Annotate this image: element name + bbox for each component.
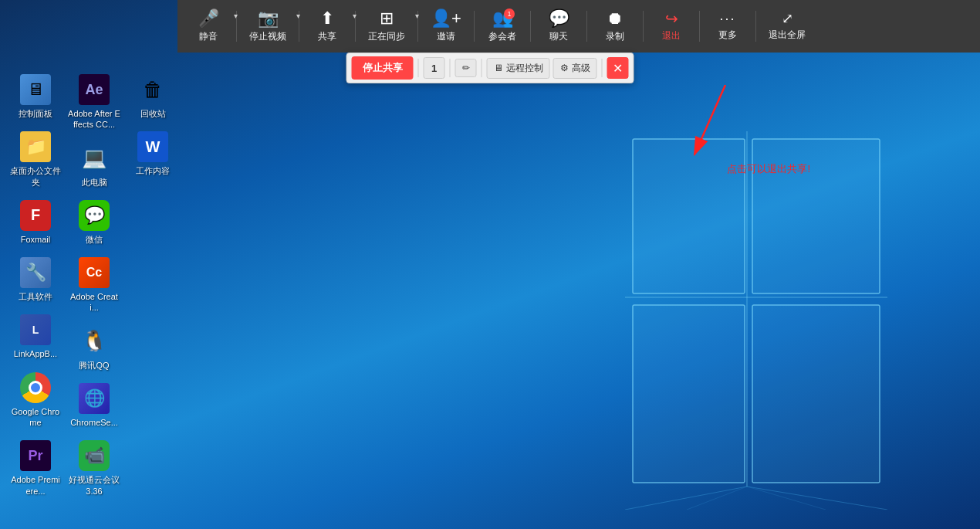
icon-label-wechat: 微信 (86, 234, 103, 245)
toolbar-mute[interactable]: 🎤 静音 ▾ (185, 5, 231, 48)
share-edit-icon: ✏ (462, 63, 470, 73)
participants-badge: 1 (504, 8, 515, 19)
share-remote-control-button[interactable]: 🖥 远程控制 (487, 58, 550, 79)
toolbar-record[interactable]: ⏺ 录制 (592, 5, 638, 48)
sync-dropdown[interactable]: ▾ (415, 12, 419, 20)
share-icon: ⬆ (320, 10, 334, 27)
invite-label: 邀请 (437, 30, 455, 43)
sep-9 (699, 11, 700, 42)
mute-dropdown[interactable]: ▾ (234, 12, 238, 20)
sync-label: 正在同步 (368, 30, 405, 43)
icon-label-aftereffects: Adobe After Effects CC... (68, 108, 120, 131)
icon-label-thispc: 此电脑 (82, 177, 107, 188)
icon-label-linkapp: LinkAppB... (14, 348, 57, 359)
share-edit-button[interactable]: ✏ (455, 59, 477, 77)
toolbar-more[interactable]: ··· 更多 (705, 7, 751, 46)
icon-label-tools: 工具软件 (19, 291, 52, 302)
chat-label: 聊天 (549, 30, 568, 43)
windows-logo (625, 93, 887, 510)
icon-label-foxmail: Foxmail (21, 234, 51, 245)
desktop-icon-wechat[interactable]: 💬 微信 (65, 194, 123, 251)
record-icon: ⏺ (607, 10, 623, 27)
desktop-icon-desktop-folder[interactable]: 📁 桌面办公文件夹 (6, 125, 65, 194)
toolbar-participants[interactable]: 👥 1 参会者 (479, 5, 525, 48)
share-dropdown[interactable]: ▾ (353, 12, 357, 20)
desktop-icon-control-panel[interactable]: 🖥 控制面板 (6, 68, 65, 125)
more-icon: ··· (719, 12, 735, 25)
desktop-icon-linkapp[interactable]: L LinkAppB... (6, 308, 65, 365)
stop-video-dropdown[interactable]: ▾ (296, 12, 300, 20)
fullscreen-exit-icon: ⤢ (782, 12, 793, 25)
desktop-icon-aftereffects[interactable]: Ae Adobe After Effects CC... (65, 68, 123, 137)
svg-line-13 (747, 487, 826, 510)
icon-label-control-panel: 控制面板 (19, 108, 52, 119)
record-label: 录制 (606, 30, 624, 43)
toolbar-sync[interactable]: ⊞ 正在同步 ▾ (360, 5, 413, 48)
stop-share-button[interactable]: 停止共享 (352, 56, 414, 80)
share-pin-button[interactable]: ✕ (607, 57, 629, 79)
mute-label: 静音 (199, 30, 218, 43)
icon-label-haoshitong: 好视通云会议 3.36 (68, 474, 120, 497)
desktop-icon-adobe-creati[interactable]: Cc Adobe Creati... (65, 251, 123, 320)
sep-7 (586, 11, 587, 42)
stop-video-icon: 📷 (258, 10, 279, 27)
share-label: 共享 (318, 30, 336, 43)
toolbar-chat[interactable]: 💬 聊天 (536, 5, 582, 48)
desktop-icon-chrome[interactable]: Google Chrome (6, 366, 65, 435)
toolbar-exit[interactable]: ↪ 退出 (648, 6, 694, 47)
svg-rect-5 (633, 305, 745, 483)
desktop-icon-word[interactable]: W 工作内容 (123, 125, 182, 182)
meeting-toolbar: 🎤 静音 ▾ 📷 停止视频 ▾ ⬆ 共享 ▾ ⊞ 正在同步 ▾ 👤+ 邀请 (177, 0, 980, 53)
icon-label-chrome: Google Chrome (9, 406, 62, 429)
icon-label-desktop-folder: 桌面办公文件夹 (9, 165, 62, 188)
share-num-button[interactable]: 1 (424, 57, 445, 79)
sep-10 (755, 11, 756, 42)
share-settings-button[interactable]: ⚙ 高级 (553, 58, 597, 79)
pin-icon: ✕ (613, 61, 623, 76)
settings-label: 高级 (572, 62, 590, 75)
icon-label-chromese: ChromeSe... (70, 417, 118, 428)
desktop-icon-premiere[interactable]: Pr Adobe Premiere... (6, 434, 65, 503)
toolbar-fullscreen-exit[interactable]: ⤢ 退出全屏 (761, 7, 813, 46)
icon-label-qq: 腾讯QQ (79, 360, 109, 371)
desktop-icons-area: 🖥 控制面板 📁 桌面办公文件夹 F Foxmail 🔧 工具软件 L Link… (0, 62, 123, 525)
invite-icon: 👤+ (431, 10, 461, 27)
svg-line-12 (687, 487, 747, 510)
fullscreen-exit-label: 退出全屏 (769, 29, 806, 42)
more-label: 更多 (718, 29, 737, 42)
exit-label: 退出 (662, 29, 681, 42)
svg-rect-7 (752, 305, 880, 483)
desktop-icon-foxmail[interactable]: F Foxmail (6, 194, 65, 251)
toolbar-invite[interactable]: 👤+ 邀请 (423, 5, 469, 48)
remote-control-label: 远程控制 (506, 62, 543, 75)
exit-icon: ↪ (665, 11, 678, 26)
desktop-icon-haoshitong[interactable]: 📹 好视通云会议 3.36 (65, 434, 123, 503)
svg-line-15 (694, 85, 725, 154)
chat-icon: 💬 (549, 10, 569, 27)
sep-6 (530, 11, 531, 42)
icon-label-adobe-creati: Adobe Creati... (68, 291, 120, 314)
annotation-text: 点击可以退出共享! (727, 162, 810, 176)
share-sep-3 (482, 59, 482, 77)
svg-line-10 (625, 487, 747, 510)
stop-video-label: 停止视频 (249, 30, 286, 43)
desktop-icon-tools[interactable]: 🔧 工具软件 (6, 251, 65, 308)
desktop-icon-recycle[interactable]: 🗑 回收站 (123, 68, 182, 125)
settings-icon: ⚙ (560, 63, 569, 73)
desktop: 🖥 控制面板 📁 桌面办公文件夹 F Foxmail 🔧 工具软件 L Link… (0, 0, 980, 529)
desktop-icon-thispc[interactable]: 💻 此电脑 (65, 137, 123, 194)
desktop-icon-qq[interactable]: 🐧 腾讯QQ (65, 320, 123, 377)
share-subtoolbar: 停止共享 1 ✏ 🖥 远程控制 ⚙ 高级 ✕ (346, 53, 634, 83)
mute-icon: 🎤 (198, 10, 219, 27)
icon-label-premiere: Adobe Premiere... (9, 474, 62, 497)
sep-8 (643, 11, 644, 42)
sync-icon: ⊞ (380, 10, 394, 27)
icon-label-word: 工作内容 (136, 165, 170, 176)
desktop-icon-chromese[interactable]: 🌐 ChromeSe... (65, 377, 123, 434)
toolbar-share[interactable]: ⬆ 共享 ▾ (304, 5, 350, 48)
icon-label-recycle: 回收站 (140, 108, 166, 119)
share-sep-1 (418, 59, 419, 77)
share-sep-4 (602, 59, 603, 77)
toolbar-stop-video[interactable]: 📷 停止视频 ▾ (242, 5, 294, 48)
remote-control-icon: 🖥 (494, 63, 503, 73)
